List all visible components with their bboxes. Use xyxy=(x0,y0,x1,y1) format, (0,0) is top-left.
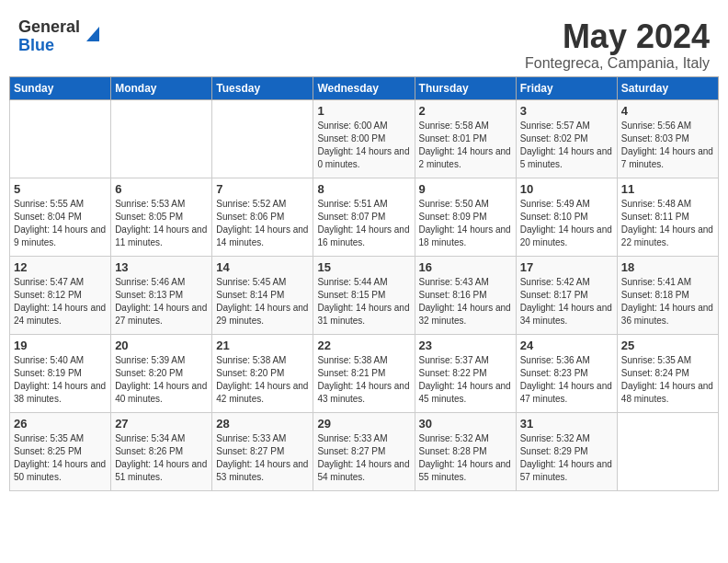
cell-text: Sunrise: 5:53 AMSunset: 8:05 PMDaylight:… xyxy=(115,198,208,249)
calendar-cell: 4Sunrise: 5:56 AMSunset: 8:03 PMDaylight… xyxy=(617,99,718,178)
calendar-week-row: 12Sunrise: 5:47 AMSunset: 8:12 PMDayligh… xyxy=(10,256,719,334)
calendar-cell: 30Sunrise: 5:32 AMSunset: 8:28 PMDayligh… xyxy=(415,412,516,490)
calendar-cell: 26Sunrise: 5:35 AMSunset: 8:25 PMDayligh… xyxy=(10,412,111,490)
day-number: 1 xyxy=(317,104,410,118)
calendar-cell: 11Sunrise: 5:48 AMSunset: 8:11 PMDayligh… xyxy=(617,178,718,256)
day-number: 9 xyxy=(419,182,512,196)
calendar-week-row: 19Sunrise: 5:40 AMSunset: 8:19 PMDayligh… xyxy=(10,334,719,412)
cell-text: Sunrise: 5:41 AMSunset: 8:18 PMDaylight:… xyxy=(621,276,714,327)
calendar-body: 1Sunrise: 6:00 AMSunset: 8:00 PMDaylight… xyxy=(10,99,719,490)
day-number: 5 xyxy=(14,182,107,196)
day-number: 12 xyxy=(14,260,107,274)
calendar-cell: 21Sunrise: 5:38 AMSunset: 8:20 PMDayligh… xyxy=(212,334,313,412)
day-number: 30 xyxy=(419,417,512,431)
calendar-cell: 8Sunrise: 5:51 AMSunset: 8:07 PMDaylight… xyxy=(313,178,415,256)
calendar-cell: 10Sunrise: 5:49 AMSunset: 8:10 PMDayligh… xyxy=(516,178,617,256)
calendar-cell: 23Sunrise: 5:37 AMSunset: 8:22 PMDayligh… xyxy=(415,334,516,412)
day-number: 29 xyxy=(317,417,410,431)
cell-text: Sunrise: 5:36 AMSunset: 8:23 PMDaylight:… xyxy=(520,354,613,406)
weekday-header: Thursday xyxy=(415,76,516,99)
cell-text: Sunrise: 5:33 AMSunset: 8:27 PMDaylight:… xyxy=(317,432,410,484)
day-number: 31 xyxy=(520,417,613,431)
weekday-header: Sunday xyxy=(10,76,111,99)
location: Fontegreca, Campania, Italy xyxy=(525,55,710,72)
cell-text: Sunrise: 5:51 AMSunset: 8:07 PMDaylight:… xyxy=(317,198,410,249)
calendar-cell: 25Sunrise: 5:35 AMSunset: 8:24 PMDayligh… xyxy=(617,334,718,412)
calendar-cell xyxy=(10,99,111,178)
calendar-week-row: 5Sunrise: 5:55 AMSunset: 8:04 PMDaylight… xyxy=(10,178,719,256)
logo-blue: Blue xyxy=(18,36,54,54)
cell-text: Sunrise: 5:32 AMSunset: 8:28 PMDaylight:… xyxy=(419,432,512,484)
day-number: 8 xyxy=(317,182,410,196)
cell-text: Sunrise: 5:39 AMSunset: 8:20 PMDaylight:… xyxy=(115,354,208,406)
day-number: 10 xyxy=(520,182,613,196)
weekday-header: Monday xyxy=(111,76,212,99)
day-number: 23 xyxy=(419,339,512,352)
weekday-header: Saturday xyxy=(617,76,718,99)
calendar-cell: 16Sunrise: 5:43 AMSunset: 8:16 PMDayligh… xyxy=(415,256,516,334)
calendar-header-row: SundayMondayTuesdayWednesdayThursdayFrid… xyxy=(10,76,719,99)
cell-text: Sunrise: 5:42 AMSunset: 8:17 PMDaylight:… xyxy=(520,276,613,327)
weekday-header: Wednesday xyxy=(313,76,415,99)
calendar-cell: 14Sunrise: 5:45 AMSunset: 8:14 PMDayligh… xyxy=(212,256,313,334)
day-number: 20 xyxy=(115,339,208,352)
calendar-cell: 3Sunrise: 5:57 AMSunset: 8:02 PMDaylight… xyxy=(516,99,617,178)
calendar-cell xyxy=(212,99,313,178)
cell-text: Sunrise: 5:47 AMSunset: 8:12 PMDaylight:… xyxy=(14,276,107,327)
calendar-cell: 9Sunrise: 5:50 AMSunset: 8:09 PMDaylight… xyxy=(415,178,516,256)
calendar-week-row: 1Sunrise: 6:00 AMSunset: 8:00 PMDaylight… xyxy=(10,99,719,178)
calendar-cell xyxy=(617,412,718,490)
logo-icon xyxy=(83,23,103,43)
day-number: 17 xyxy=(520,260,613,274)
page-header: General Blue May 2024 Fontegreca, Campan… xyxy=(9,9,719,76)
calendar-cell: 12Sunrise: 5:47 AMSunset: 8:12 PMDayligh… xyxy=(10,256,111,334)
cell-text: Sunrise: 5:33 AMSunset: 8:27 PMDaylight:… xyxy=(216,432,309,484)
cell-text: Sunrise: 5:43 AMSunset: 8:16 PMDaylight:… xyxy=(419,276,512,327)
day-number: 24 xyxy=(520,339,613,352)
logo: General Blue xyxy=(18,18,103,55)
svg-marker-0 xyxy=(86,27,99,41)
calendar-cell: 19Sunrise: 5:40 AMSunset: 8:19 PMDayligh… xyxy=(10,334,111,412)
weekday-header: Friday xyxy=(516,76,617,99)
calendar-cell: 7Sunrise: 5:52 AMSunset: 8:06 PMDaylight… xyxy=(212,178,313,256)
cell-text: Sunrise: 5:48 AMSunset: 8:11 PMDaylight:… xyxy=(621,198,714,249)
logo-general: General xyxy=(18,17,80,36)
calendar-cell: 5Sunrise: 5:55 AMSunset: 8:04 PMDaylight… xyxy=(10,178,111,256)
day-number: 25 xyxy=(621,339,714,352)
calendar-cell: 18Sunrise: 5:41 AMSunset: 8:18 PMDayligh… xyxy=(617,256,718,334)
calendar-cell: 27Sunrise: 5:34 AMSunset: 8:26 PMDayligh… xyxy=(111,412,212,490)
cell-text: Sunrise: 5:44 AMSunset: 8:15 PMDaylight:… xyxy=(317,276,410,327)
cell-text: Sunrise: 5:38 AMSunset: 8:21 PMDaylight:… xyxy=(317,354,410,406)
calendar-cell: 24Sunrise: 5:36 AMSunset: 8:23 PMDayligh… xyxy=(516,334,617,412)
cell-text: Sunrise: 5:52 AMSunset: 8:06 PMDaylight:… xyxy=(216,198,309,249)
calendar-table: SundayMondayTuesdayWednesdayThursdayFrid… xyxy=(9,76,719,491)
cell-text: Sunrise: 5:37 AMSunset: 8:22 PMDaylight:… xyxy=(419,354,512,406)
day-number: 13 xyxy=(115,260,208,274)
cell-text: Sunrise: 5:58 AMSunset: 8:01 PMDaylight:… xyxy=(419,120,512,171)
calendar-cell: 20Sunrise: 5:39 AMSunset: 8:20 PMDayligh… xyxy=(111,334,212,412)
title-block: May 2024 Fontegreca, Campania, Italy xyxy=(525,18,710,72)
cell-text: Sunrise: 5:38 AMSunset: 8:20 PMDaylight:… xyxy=(216,354,309,406)
calendar-cell: 1Sunrise: 6:00 AMSunset: 8:00 PMDaylight… xyxy=(313,99,415,178)
cell-text: Sunrise: 5:40 AMSunset: 8:19 PMDaylight:… xyxy=(14,354,107,406)
weekday-header: Tuesday xyxy=(212,76,313,99)
cell-text: Sunrise: 5:49 AMSunset: 8:10 PMDaylight:… xyxy=(520,198,613,249)
day-number: 18 xyxy=(621,260,714,274)
cell-text: Sunrise: 5:35 AMSunset: 8:25 PMDaylight:… xyxy=(14,432,107,484)
calendar-cell: 15Sunrise: 5:44 AMSunset: 8:15 PMDayligh… xyxy=(313,256,415,334)
day-number: 19 xyxy=(14,339,107,352)
month-title: May 2024 xyxy=(525,18,710,55)
day-number: 28 xyxy=(216,417,309,431)
day-number: 26 xyxy=(14,417,107,431)
calendar-cell: 2Sunrise: 5:58 AMSunset: 8:01 PMDaylight… xyxy=(415,99,516,178)
calendar-week-row: 26Sunrise: 5:35 AMSunset: 8:25 PMDayligh… xyxy=(10,412,719,490)
calendar-cell: 17Sunrise: 5:42 AMSunset: 8:17 PMDayligh… xyxy=(516,256,617,334)
day-number: 15 xyxy=(317,260,410,274)
cell-text: Sunrise: 5:50 AMSunset: 8:09 PMDaylight:… xyxy=(419,198,512,249)
cell-text: Sunrise: 5:45 AMSunset: 8:14 PMDaylight:… xyxy=(216,276,309,327)
day-number: 6 xyxy=(115,182,208,196)
cell-text: Sunrise: 5:55 AMSunset: 8:04 PMDaylight:… xyxy=(14,198,107,249)
day-number: 16 xyxy=(419,260,512,274)
calendar-cell: 31Sunrise: 5:32 AMSunset: 8:29 PMDayligh… xyxy=(516,412,617,490)
day-number: 22 xyxy=(317,339,410,352)
